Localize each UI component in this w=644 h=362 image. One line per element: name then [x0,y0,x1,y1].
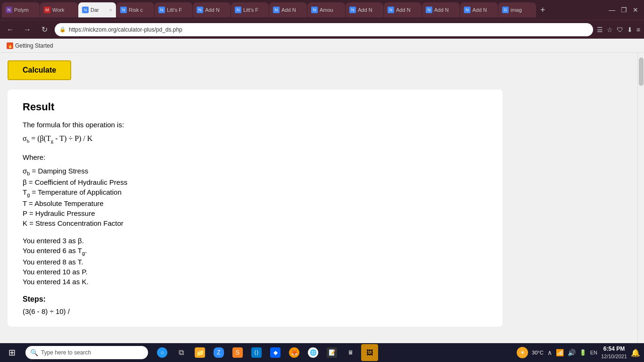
def-t: T = Absolute Temperature [23,199,487,207]
tab-1-label: Polym [14,7,36,13]
tab-9-favicon: N [311,7,318,13]
bookmark-star-icon[interactable]: ☆ [607,26,613,33]
tab-10[interactable]: N Add N [346,2,383,17]
menu-icon[interactable]: ≡ [636,26,640,33]
tab-3-close[interactable]: × [109,7,112,13]
network-icon[interactable]: 📶 [556,349,564,356]
new-tab-button[interactable]: + [537,5,549,15]
entered-beta: You entered 3 as β. [23,237,487,245]
cortana-icon[interactable]: ○ [154,344,171,361]
search-placeholder: Type here to search [41,349,143,356]
shield-icon[interactable]: 🛡 [617,26,623,33]
entered-t: You entered 8 as T. [23,258,487,266]
sigma-sub: b [27,138,30,144]
zoom-icon[interactable]: Z [210,344,227,361]
calculate-button[interactable]: Calculate [8,60,71,80]
scrollbar-track[interactable] [637,53,644,343]
clock[interactable]: 6:54 PM 12/10/2021 [601,345,627,360]
tab-8-label: Add N [281,7,303,13]
address-bar[interactable]: 🔒 https://nickzom.org/calculator-plus/pd… [55,23,593,36]
url-display: https://nickzom.org/calculator-plus/pd_d… [69,26,588,33]
tab-11-label: Add N [396,7,418,13]
back-button[interactable]: ← [4,23,17,36]
tab-11[interactable]: N Add N [384,2,421,17]
firefox-icon[interactable]: 🦊 [286,344,303,361]
security-icon: 🔒 [59,26,66,33]
chrome-icon[interactable]: 🌐 [305,344,322,361]
time-display: 6:54 PM [601,345,627,353]
tab-2[interactable]: M Work [40,2,78,17]
tab-5-favicon: N [158,7,165,13]
tab-6[interactable]: N Add N [193,2,231,17]
tab-2-favicon: M [44,7,50,13]
taskbar: ⊞ 🔍 Type here to search ○ ⧉ 📁 Z S ⟨⟩ [0,343,644,362]
tab-6-favicon: N [197,7,203,13]
download-icon[interactable]: ⬇ [627,26,633,33]
minimize-button[interactable]: — [609,6,615,14]
entered-tg: You entered 6 as Tg. [23,247,487,256]
tab-7[interactable]: N Litt's F [231,2,269,17]
tg-sub: g [51,138,54,144]
nav-right-icons: ☰ ☆ 🛡 ⬇ ≡ [597,26,640,33]
entered-p: You entered 10 as P. [23,268,487,276]
reader-view-icon[interactable]: ☰ [597,26,603,33]
bookmarks-bar: 🔥 Getting Started [0,39,644,53]
forward-button[interactable]: → [21,23,34,36]
battery-icon[interactable]: 🔋 [579,349,586,356]
tab-11-favicon: N [388,7,394,13]
bookmark-getting-started[interactable]: 🔥 Getting Started [4,41,56,50]
scrollbar-thumb[interactable] [639,58,644,86]
tray-up-arrow[interactable]: ∧ [547,349,552,356]
tab-13-favicon: N [464,7,471,13]
tab-13-label: Add N [472,7,494,13]
tab-9-label: Amou [320,7,341,13]
notification-icon[interactable]: 🔔 [631,348,640,357]
main-area: Calculate Result The formula for this op… [0,53,637,343]
notepad-icon[interactable]: 📝 [323,344,340,361]
start-button[interactable]: ⊞ [0,343,24,362]
calculator-icon[interactable]: 🖩 [342,344,359,361]
close-button[interactable]: ✕ [633,6,638,14]
photos-icon[interactable]: 🖼 [361,344,378,361]
tab-8[interactable]: N Add N [269,2,307,17]
tab-7-label: Litt's F [243,7,265,13]
volume-icon[interactable]: 🔊 [568,349,576,356]
def-beta: β = Coefficient of Hydraulic Press [23,178,487,186]
bookmark-label: Getting Started [15,42,53,49]
tab-8-favicon: N [273,7,280,13]
tab-7-favicon: N [235,7,241,13]
file-explorer-icon[interactable]: 📁 [191,344,208,361]
where-label: Where: [23,153,487,161]
steps-title: Steps: [23,295,487,304]
tab-14[interactable]: G imag [498,2,536,17]
dropbox-icon[interactable]: ◆ [267,344,284,361]
tab-9[interactable]: N Amou [307,2,345,17]
task-view-icon[interactable]: ⧉ [173,344,190,361]
tab-3[interactable]: N Dar × [78,2,116,17]
maximize-button[interactable]: ❐ [621,6,627,14]
tab-5[interactable]: N Litt's F [155,2,192,17]
tab-4[interactable]: N Risk c [116,2,154,17]
taskbar-right: ☀ 30°C ∧ 📶 🔊 🔋 EN 6:54 PM 12/10/2021 🔔 [513,345,644,360]
stack-icon[interactable]: S [229,344,246,361]
keyboard-icon[interactable]: EN [590,350,597,355]
tab-12-favicon: N [426,7,432,13]
tab-13[interactable]: N Add N [460,2,498,17]
tab-2-label: Work [52,7,74,13]
weather-icon[interactable]: ☀ [517,347,528,358]
temperature-display: 30°C [532,350,544,355]
entered-list: You entered 3 as β. You entered 6 as Tg.… [23,237,487,286]
search-bar[interactable]: 🔍 Type here to search [25,346,148,359]
tab-14-label: imag [511,7,532,13]
tab-5-label: Litt's F [167,7,189,13]
vscode-icon[interactable]: ⟨⟩ [248,344,265,361]
tab-1[interactable]: N Polym [2,2,40,17]
def-k: K = Stress Concentration Factor [23,219,487,227]
date-display: 12/10/2021 [601,353,627,360]
browser-chrome: N Polym M Work N Dar × N Risk c N Litt's… [0,0,644,53]
start-icon: ⊞ [8,347,16,358]
refresh-button[interactable]: ↻ [38,23,51,36]
tab-12[interactable]: N Add N [422,2,460,17]
taskbar-icons: ○ ⧉ 📁 Z S ⟨⟩ ◆ 🦊 🌐 [150,344,513,361]
page-content: Calculate Result The formula for this op… [0,53,644,343]
